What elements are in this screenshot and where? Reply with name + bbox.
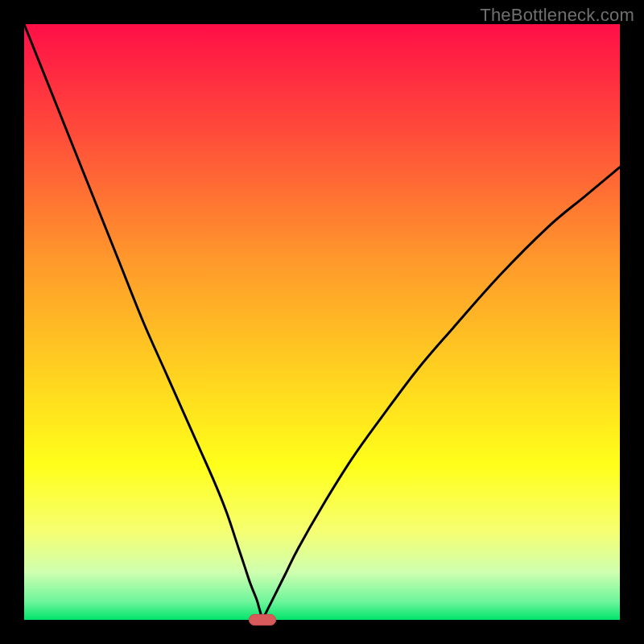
watermark-text: TheBottleneck.com — [480, 5, 634, 26]
curve-left-branch — [24, 24, 262, 620]
minimum-marker — [249, 614, 275, 625]
curve-right-branch — [262, 167, 620, 620]
chart-frame: TheBottleneck.com — [0, 0, 644, 644]
bottleneck-curve — [24, 24, 620, 620]
